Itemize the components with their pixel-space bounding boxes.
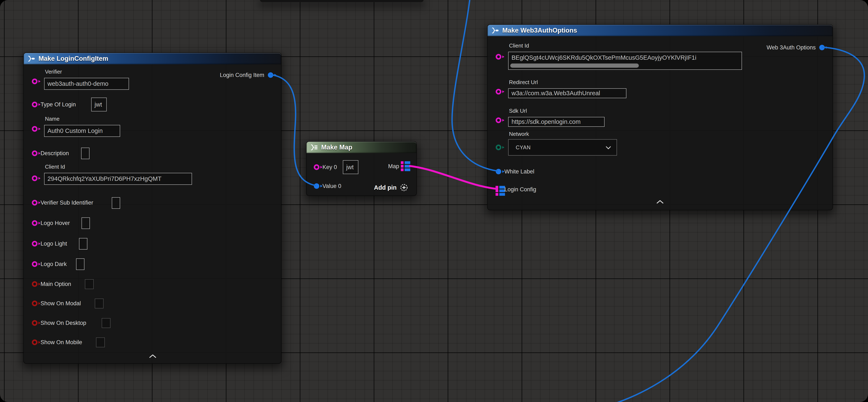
label-logo-hover: Logo Hover [40, 219, 70, 227]
blueprint-graph-canvas[interactable]: Make LoginConfigItemVerifierweb3auth-aut… [0, 0, 868, 402]
label-show-on-mobile: Show On Mobile [40, 339, 82, 346]
label-logo-light: Logo Light [40, 240, 67, 248]
checkbox-show-on-desktop[interactable] [102, 318, 111, 328]
label-value-0: Value 0 [322, 182, 341, 190]
add-pin-button[interactable]: Add pin [374, 183, 408, 192]
pin-verifier-input[interactable] [31, 78, 42, 86]
node-header[interactable]: Make LoginConfigItem [24, 53, 281, 64]
field-type-of-login[interactable]: jwt [91, 97, 107, 111]
label-network: Network [509, 131, 529, 138]
label-name: Name [45, 115, 59, 122]
offscreen-node-bottom-edge [260, 0, 424, 2]
wire-map-to-login-config[interactable] [409, 166, 498, 189]
label-show-on-modal: Show On Modal [40, 299, 81, 307]
collapse-chevron-icon[interactable] [149, 354, 156, 359]
add-pin-label: Add pin [374, 184, 397, 191]
collapse-chevron-icon[interactable] [656, 200, 663, 205]
label-sdk-url: Sdk Url [509, 107, 527, 114]
field-logo-light[interactable] [79, 238, 87, 250]
node-header[interactable]: Make Map [307, 142, 416, 153]
pin-map-output[interactable] [400, 161, 411, 172]
label-client-id: Client Id [45, 163, 65, 170]
label-show-on-desktop: Show On Desktop [40, 319, 86, 327]
pin-web-3auth-options-output[interactable] [818, 44, 830, 52]
field-client-id-scrollbar[interactable] [510, 63, 639, 68]
field-verifier-sub-identifier[interactable] [112, 197, 120, 209]
field-key-0[interactable]: jwt [343, 160, 359, 174]
dropdown-network[interactable]: CYAN [508, 139, 617, 155]
pin-client-id-input[interactable] [495, 53, 506, 61]
label-redirect-url: Redirect Url [509, 79, 538, 86]
label-verifier-sub-identifier: Verifier Sub Identifier [40, 199, 93, 206]
field-logo-dark[interactable] [76, 258, 85, 270]
pin-client-id-input[interactable] [31, 175, 42, 183]
node-make-loginconfigitem[interactable]: Make LoginConfigItemVerifierweb3auth-aut… [23, 53, 281, 364]
make-struct-icon [491, 27, 499, 34]
field-verifier[interactable]: web3auth-auth0-demo [44, 78, 129, 90]
node-make-web3authoptions[interactable]: Make Web3AuthOptionsClient IdBEglQSgt4cU… [487, 24, 833, 210]
dropdown-value: CYAN [516, 144, 531, 150]
label-type-of-login: Type Of Login [40, 101, 76, 108]
field-name[interactable]: Auth0 Custom Login [44, 125, 120, 137]
label-white-label: White Label [504, 168, 534, 175]
pin-redirect-url-input[interactable] [495, 88, 506, 96]
node-header[interactable]: Make Web3AuthOptions [488, 25, 833, 36]
make-struct-icon [27, 56, 35, 62]
checkbox-show-on-modal[interactable] [95, 298, 103, 309]
chevron-down-icon[interactable] [606, 145, 611, 151]
field-client-id[interactable]: 294QRkchfq2YaXUbPri7D6PH7xzHgQMT [44, 173, 192, 185]
checkbox-main-option[interactable] [85, 279, 94, 289]
label-key-0: Key 0 [322, 163, 337, 171]
label-main-option: Main Option [40, 280, 71, 288]
field-sdk-url[interactable]: https://sdk.openlogin.com [508, 117, 604, 127]
label-web-3auth-options: Web 3Auth Options [767, 44, 816, 51]
label-login-config-item: Login Config Item [220, 71, 264, 79]
pin-network-input[interactable] [495, 144, 506, 152]
make-map-icon [310, 144, 318, 150]
label-map: Map [388, 163, 399, 170]
node-title: Make Map [321, 144, 352, 151]
field-logo-hover[interactable] [82, 218, 90, 229]
label-logo-dark: Logo Dark [40, 260, 67, 268]
label-verifier: Verifier [45, 68, 62, 75]
pin-sdk-url-input[interactable] [495, 117, 506, 125]
field-redirect-url[interactable]: w3a://com.w3a.Web3AuthUnreal [508, 88, 626, 98]
label-login-config: Login Config [504, 185, 536, 193]
checkbox-show-on-mobile[interactable] [96, 338, 105, 347]
node-title: Make LoginConfigItem [38, 55, 108, 62]
node-make-map[interactable]: Make MapKey 0jwtValue 0MapAdd pin [306, 141, 417, 196]
label-client-id: Client Id [509, 42, 529, 49]
field-description[interactable] [81, 148, 90, 159]
label-description: Description [40, 149, 69, 157]
pin-login-config-input[interactable] [495, 186, 506, 197]
plus-circle-icon [400, 183, 408, 192]
node-title: Make Web3AuthOptions [502, 27, 577, 34]
pin-login-config-item-output[interactable] [267, 71, 278, 80]
pin-name-input[interactable] [31, 125, 42, 133]
